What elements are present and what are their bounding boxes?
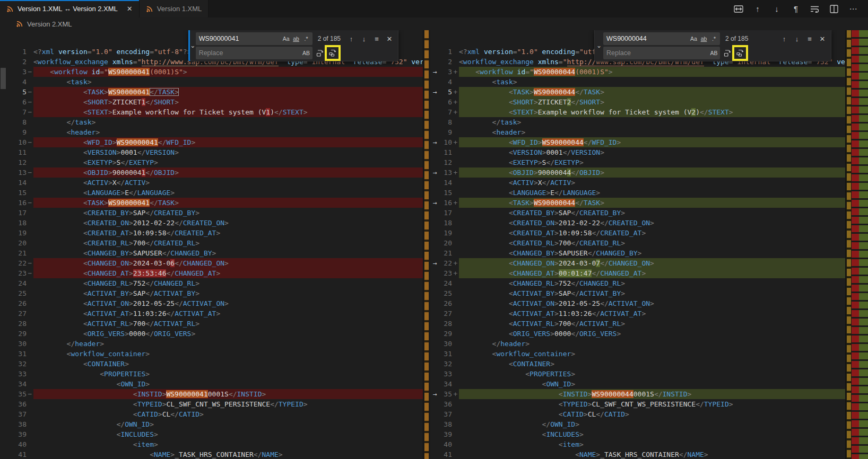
code-content[interactable]: <task>	[459, 77, 845, 87]
code-content[interactable]: </OWN_ID>	[459, 419, 845, 429]
code-content[interactable]: <LANGUAGE>E</LANGUAGE>	[459, 188, 845, 198]
code-content[interactable]: <CREATED_AT>10:09:58</CREATED_AT>	[459, 228, 845, 238]
toggle-replace-chevron-icon[interactable]: ⌄	[190, 30, 196, 61]
code-content[interactable]: <INSTID>WS900000410001S</INSTID>	[33, 389, 423, 399]
code-content[interactable]: <ORIG_VERS>0000</ORIG_VERS>	[459, 329, 845, 339]
code-content[interactable]: <LANGUAGE>E</LANGUAGE>	[33, 188, 423, 198]
code-line[interactable]: 11 <VERSION>0001</VERSION>	[430, 147, 845, 157]
code-content[interactable]: <OWN_ID>	[459, 379, 845, 389]
code-line[interactable]: 23− <CHANGED_AT>23:53:46</CHANGED_AT>	[0, 268, 423, 278]
code-content[interactable]: <ACTIVAT_RL>700</ACTIVAT_RL>	[459, 319, 845, 329]
code-content[interactable]: <SHORT>ZTICKET1</SHORT>	[33, 97, 423, 107]
code-line[interactable]: 38 </OWN_ID>	[0, 419, 423, 429]
code-line[interactable]: 33 <PROPERTIES>	[0, 369, 423, 379]
code-line[interactable]: 4 <task>	[0, 77, 423, 87]
code-content[interactable]: <CREATED_ON>2012-02-22</CREATED_ON>	[459, 218, 845, 228]
code-content[interactable]: <CHANGED_AT>23:53:46</CHANGED_AT>	[33, 268, 423, 278]
code-content[interactable]: <workflow_container>	[459, 349, 845, 359]
toggle-replace-chevron-icon[interactable]: ⌄	[595, 30, 603, 61]
change-arrow-icon[interactable]: →	[430, 258, 440, 268]
code-content[interactable]: <CREATED_BY>SAP</CREATED_BY>	[33, 208, 423, 218]
code-content[interactable]: <CATID>CL</CATID>	[459, 409, 845, 419]
code-line[interactable]: 21 <CHANGED_BY>SAPUSER</CHANGED_BY>	[0, 248, 423, 258]
code-line[interactable]: 8 </task>	[0, 117, 423, 127]
code-line[interactable]: →10+ <WFD_ID>WS90000044</WFD_ID>	[430, 137, 845, 147]
code-line[interactable]: 15 <LANGUAGE>E</LANGUAGE>	[0, 188, 423, 198]
code-line[interactable]: 17 <CREATED_BY>SAP</CREATED_BY>	[430, 208, 845, 218]
replace-icon[interactable]	[315, 48, 325, 58]
code-content[interactable]: </header>	[33, 339, 423, 349]
code-content[interactable]: <workflow id="WS90000044(0001)S">	[459, 67, 845, 77]
change-arrow-icon[interactable]: →	[430, 389, 440, 399]
code-content[interactable]: <SHORT>ZTICKET2</SHORT>	[459, 97, 845, 107]
preserve-case-icon[interactable]: AB	[301, 48, 311, 58]
code-content[interactable]: <INSTID>WS900000440001S</INSTID>	[459, 389, 845, 399]
diff-overview-map[interactable]	[852, 30, 868, 459]
code-content[interactable]: <VERSION>0001</VERSION>	[459, 147, 845, 157]
code-content[interactable]: <OBJID>90000041</OBJID>	[33, 167, 423, 178]
replace-all-icon[interactable]	[327, 48, 338, 58]
close-tab-icon[interactable]: ✕	[127, 5, 133, 13]
code-content[interactable]: <ACTIVAT_AT>11:03:26</ACTIVAT_AT>	[33, 308, 423, 319]
close-find-icon[interactable]: ✕	[817, 33, 828, 44]
code-line[interactable]: 34 <OWN_ID>	[0, 379, 423, 389]
code-line[interactable]: 37 <CATID>CL</CATID>	[430, 409, 845, 419]
code-content[interactable]: <CHANGED_RL>752</CHANGED_RL>	[33, 278, 423, 288]
code-content[interactable]: </header>	[459, 339, 845, 349]
find-input[interactable]: WS90000041 Aa ab .*	[196, 32, 313, 45]
replace-icon[interactable]	[722, 48, 733, 58]
code-line[interactable]: 14 <ACTIV>X</ACTIV>	[430, 178, 845, 188]
code-line[interactable]: 32 <CONTAINER>	[0, 359, 423, 369]
code-line[interactable]: →13+ <OBJID>90000044</OBJID>	[430, 167, 845, 178]
code-line[interactable]: 15 <LANGUAGE>E</LANGUAGE>	[430, 188, 845, 198]
code-content[interactable]: <ACTIVAT_RL>700</ACTIVAT_RL>	[33, 319, 423, 329]
code-content[interactable]: <CHANGED_BY>SAPUSER</CHANGED_BY>	[33, 248, 423, 258]
code-content[interactable]: <CREATED_AT>10:09:58</CREATED_AT>	[33, 228, 423, 238]
find-in-selection-icon[interactable]: ≡	[804, 33, 815, 44]
change-arrow-icon[interactable]: →	[430, 167, 440, 178]
previous-match-icon[interactable]: ↑	[779, 33, 789, 44]
code-line[interactable]: 20 <CREATED_RL>700</CREATED_RL>	[0, 238, 423, 248]
code-content[interactable]: <TASK>WS90000044</TASK>	[459, 87, 845, 97]
code-line[interactable]: 9 <header>	[430, 127, 845, 137]
code-line[interactable]: 18 <CREATED_ON>2012-02-22</CREATED_ON>	[430, 218, 845, 228]
code-line[interactable]: 36 <TYPEID>CL_SWF_CNT_WS_PERSISTENCE</TY…	[0, 399, 423, 409]
next-match-icon[interactable]: ↓	[359, 33, 369, 44]
code-content[interactable]: <ACTIVAT_BY>SAP</ACTIVAT_BY>	[33, 288, 423, 298]
code-content[interactable]: <item>	[459, 439, 845, 449]
code-line[interactable]: 30 </header>	[430, 339, 845, 349]
previous-match-icon[interactable]: ↑	[346, 33, 357, 44]
code-content[interactable]: <OWN_ID>	[33, 379, 423, 389]
code-line[interactable]: 22− <CHANGED_ON>2024-03-06</CHANGED_ON>	[0, 258, 423, 268]
tab-version1[interactable]: Version 1.XML	[140, 0, 209, 17]
code-line[interactable]: 34 <OWN_ID>	[430, 379, 845, 389]
code-line[interactable]: 38 </OWN_ID>	[430, 419, 845, 429]
replace-all-icon[interactable]	[735, 48, 745, 58]
code-line[interactable]: 26 <ACTIVAT_ON>2012-05-25</ACTIVAT_ON>	[430, 298, 845, 308]
code-content[interactable]: <ACTIV>X</ACTIV>	[33, 178, 423, 188]
code-content[interactable]: <task>	[33, 77, 423, 87]
code-line[interactable]: 36 <TYPEID>CL_SWF_CNT_WS_PERSISTENCE</TY…	[430, 399, 845, 409]
code-line[interactable]: 24 <CHANGED_RL>752</CHANGED_RL>	[430, 278, 845, 288]
close-find-icon[interactable]: ✕	[384, 33, 395, 44]
code-content[interactable]: <CHANGED_ON>2024-03-06</CHANGED_ON>	[33, 258, 423, 268]
code-content[interactable]: <ACTIVAT_AT>11:03:26</ACTIVAT_AT>	[459, 308, 845, 319]
match-case-icon[interactable]: Aa	[689, 34, 699, 44]
code-content[interactable]: <item>	[33, 439, 423, 449]
code-line[interactable]: 19 <CREATED_AT>10:09:58</CREATED_AT>	[0, 228, 423, 238]
code-line[interactable]: 12 <EXETYP>S</EXETYP>	[0, 157, 423, 167]
code-line[interactable]: 33 <PROPERTIES>	[430, 369, 845, 379]
code-line[interactable]: 29 <ORIG_VERS>0000</ORIG_VERS>	[0, 329, 423, 339]
code-content[interactable]: <CONTAINER>	[459, 359, 845, 369]
code-line[interactable]: 13− <OBJID>90000041</OBJID>	[0, 167, 423, 178]
whole-word-icon[interactable]: ab	[699, 34, 709, 44]
code-content[interactable]: <CHANGED_RL>752</CHANGED_RL>	[459, 278, 845, 288]
tab-diff-editor[interactable]: Version 1.XML ↔ Version 2.XML ✕	[0, 0, 140, 17]
code-content[interactable]: <CREATED_BY>SAP</CREATED_BY>	[459, 208, 845, 218]
code-line[interactable]: 25 <ACTIVAT_BY>SAP</ACTIVAT_BY>	[430, 288, 845, 298]
code-line[interactable]: 29 <ORIG_VERS>0000</ORIG_VERS>	[430, 329, 845, 339]
code-content[interactable]: </task>	[459, 117, 845, 127]
code-line[interactable]: 16− <TASK>WS90000041</TASK>	[0, 198, 423, 208]
code-content[interactable]: <header>	[33, 127, 423, 137]
code-content[interactable]: <VERSION>0001</VERSION>	[33, 147, 423, 157]
